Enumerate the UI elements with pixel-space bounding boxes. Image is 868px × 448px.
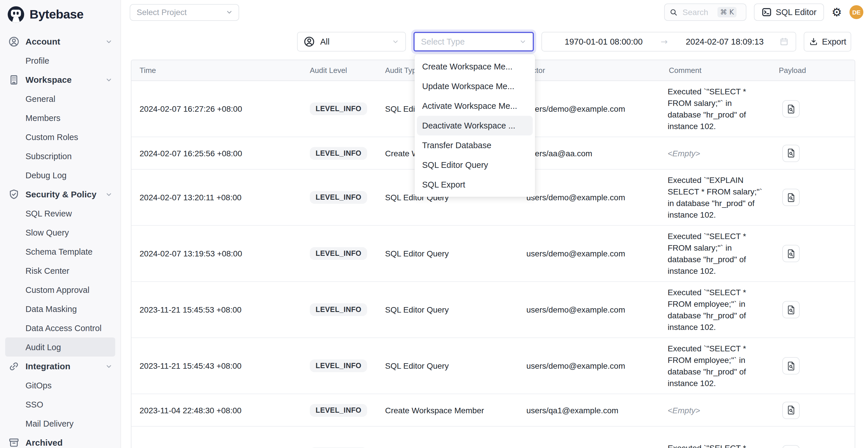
sidebar-item[interactable]: Data Masking	[5, 299, 115, 318]
sidebar-item[interactable]: GitOps	[5, 376, 115, 395]
level-badge: LEVEL_INFO	[310, 247, 367, 260]
date-to-value[interactable]: 2024-02-07 18:09:13	[670, 37, 779, 46]
sidebar-item-label: Subscription	[26, 151, 72, 161]
sidebar-item-label: Custom Approval	[26, 285, 90, 294]
avatar[interactable]: DE	[849, 5, 863, 19]
cell-audit-type: SQL Editor Query	[377, 249, 519, 258]
cell-audit-level: LEVEL_INFO	[302, 404, 377, 416]
payload-view-button[interactable]	[782, 402, 800, 419]
sidebar-item[interactable]: Custom Roles	[5, 127, 115, 147]
comment-text: Executed `"SELECT * FROM employee;"` in …	[668, 288, 746, 332]
column-header: Comment	[661, 66, 771, 75]
chevron-down-icon	[392, 38, 400, 46]
user-circle-icon	[8, 36, 20, 47]
search-input[interactable]	[681, 7, 714, 18]
sidebar-item[interactable]: SQL Review	[5, 204, 115, 223]
sql-editor-button[interactable]: SQL Editor	[754, 3, 824, 21]
type-dropdown-item[interactable]: SQL Editor Query	[414, 155, 535, 175]
sidebar-section-header[interactable]: Workspace	[0, 70, 120, 89]
cell-actor: users/demo@example.com	[519, 249, 661, 258]
level-badge: LEVEL_INFO	[310, 359, 367, 372]
sidebar-section-header[interactable]: Archived	[0, 433, 120, 448]
comment-text: Executed `"EXPLAIN SELECT * FROM salary;…	[668, 175, 762, 219]
arrow-right-icon: →	[658, 37, 670, 46]
sidebar-item[interactable]: Members	[5, 108, 115, 127]
type-filter-select[interactable]: Select Type	[413, 32, 534, 52]
building-icon	[8, 74, 20, 85]
sidebar-item[interactable]: Data Access Control	[5, 318, 115, 338]
type-dropdown-item[interactable]: Update Workspace Me...	[414, 76, 535, 96]
column-header: Audit Level	[302, 66, 377, 75]
sidebar-item-label: Members	[26, 113, 61, 122]
date-range-picker[interactable]: 1970-01-01 08:00:00 → 2024-02-07 18:09:1…	[541, 32, 796, 52]
payload-view-button[interactable]	[782, 357, 800, 375]
sidebar-item[interactable]: SSO	[5, 395, 115, 414]
sidebar-item[interactable]: Schema Template	[5, 242, 115, 261]
sidebar-section-header[interactable]: Security & Policy	[0, 185, 120, 204]
table-row[interactable]: 2023-11-04 22:48:30 +08:00 LEVEL_INFO Cr…	[131, 394, 855, 426]
payload-view-button[interactable]	[782, 145, 800, 162]
gear-icon[interactable]: ⚙	[832, 6, 842, 18]
sidebar-item-label: SSO	[26, 400, 43, 409]
sidebar-item[interactable]: Slow Query	[5, 223, 115, 242]
brand-name: Bytebase	[30, 7, 83, 22]
sidebar-section-header[interactable]: Integration	[0, 357, 120, 376]
file-search-icon	[786, 104, 796, 114]
cell-audit-type: SQL Editor Query	[377, 361, 519, 371]
actor-filter-select[interactable]: All	[297, 32, 406, 52]
sidebar-item[interactable]: Risk Center	[5, 261, 115, 280]
payload-view-button[interactable]	[782, 100, 800, 118]
file-search-icon	[786, 361, 796, 371]
payload-view-button[interactable]	[782, 301, 800, 318]
sidebar-item-label: Audit Log	[26, 342, 61, 352]
cell-actor: users/demo@example.com	[519, 193, 661, 202]
sidebar-item-label: Mail Delivery	[26, 419, 73, 428]
cell-audit-level: LEVEL_INFO	[302, 191, 377, 204]
cell-payload	[771, 245, 855, 262]
sidebar-item[interactable]: Debug Log	[5, 165, 115, 185]
table-row[interactable]: 2023-11-04 21:26:34 +08:00 LEVEL_INFO SQ…	[131, 426, 855, 448]
payload-view-button[interactable]	[782, 189, 800, 206]
sidebar-item[interactable]: General	[5, 89, 115, 108]
cell-actor: users/aa@aa.com	[519, 149, 661, 158]
project-select-value: Select Project	[137, 7, 225, 17]
payload-view-button[interactable]	[782, 445, 800, 448]
archive-icon	[8, 437, 20, 448]
cell-actor: users/demo@example.com	[519, 305, 661, 314]
type-dropdown-item[interactable]: Transfer Database	[414, 135, 535, 155]
sidebar-item-label: Debug Log	[26, 170, 67, 180]
comment-text: Executed `"SELECT * FROM salary;"` in da…	[668, 87, 746, 131]
export-button[interactable]: Export	[804, 32, 851, 52]
cell-audit-level: LEVEL_INFO	[302, 359, 377, 372]
cell-time: 2023-11-04 22:48:30 +08:00	[131, 406, 302, 415]
cell-payload	[771, 357, 855, 375]
sidebar-section-header[interactable]: Account	[0, 32, 120, 51]
topbar-right: ⌘ K SQL Editor ⚙ DE	[664, 3, 863, 21]
table-row[interactable]: 2023-11-21 15:45:53 +08:00 LEVEL_INFO SQ…	[131, 282, 855, 338]
sidebar-item-label: Schema Template	[26, 247, 93, 256]
brand-logo[interactable]: Bytebase	[0, 0, 120, 29]
sidebar-item[interactable]: Custom Approval	[5, 280, 115, 299]
table-row[interactable]: 2024-02-07 13:19:53 +08:00 LEVEL_INFO SQ…	[131, 226, 855, 282]
type-dropdown-menu: Create Workspace Me... Update Workspace …	[414, 55, 535, 197]
chevron-down-icon	[519, 38, 527, 46]
date-from-value[interactable]: 1970-01-01 08:00:00	[549, 37, 658, 46]
type-dropdown-item[interactable]: Deactivate Workspace ...	[417, 116, 533, 135]
search-box[interactable]: ⌘ K	[664, 3, 746, 21]
table-row[interactable]: 2023-11-21 15:45:43 +08:00 LEVEL_INFO SQ…	[131, 338, 855, 394]
sidebar-item[interactable]: Audit Log	[5, 338, 115, 357]
sidebar-item[interactable]: Mail Delivery	[5, 414, 115, 433]
type-dropdown-item[interactable]: SQL Export	[414, 175, 535, 194]
empty-placeholder: <Empty>	[668, 406, 700, 415]
sidebar-item-label: Custom Roles	[26, 132, 78, 141]
chevron-down-icon	[105, 362, 113, 370]
type-dropdown-item[interactable]: Activate Workspace Me...	[414, 96, 535, 116]
calendar-icon	[779, 37, 789, 46]
payload-view-button[interactable]	[782, 245, 800, 262]
comment-text: Executed `"SELECT * FROM salary;"` in da…	[668, 231, 746, 276]
sidebar-item[interactable]: Subscription	[5, 147, 115, 165]
project-select[interactable]: Select Project	[130, 4, 239, 21]
type-dropdown-item[interactable]: Create Workspace Me...	[414, 57, 535, 76]
terminal-icon	[761, 7, 772, 18]
sidebar-item[interactable]: Profile	[5, 51, 115, 70]
